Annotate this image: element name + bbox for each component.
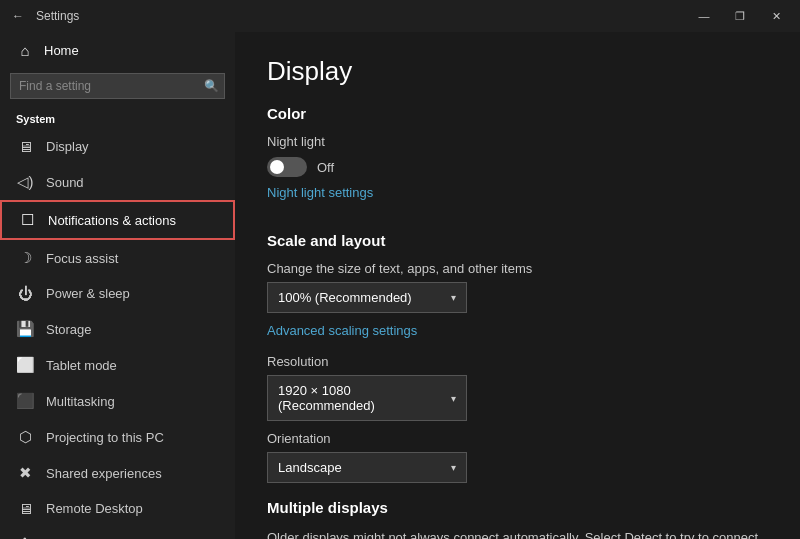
title-bar-title: Settings <box>36 9 79 23</box>
storage-icon: 💾 <box>16 320 34 338</box>
power-sleep-icon: ⏻ <box>16 285 34 302</box>
advanced-scaling-link[interactable]: Advanced scaling settings <box>267 323 417 338</box>
orientation-dropdown[interactable]: Landscape ▾ <box>267 452 467 483</box>
sidebar: ⌂ Home 🔍 System 🖥 Display ◁) Sound ☐ Not… <box>0 32 235 539</box>
minimize-button[interactable]: — <box>688 2 720 30</box>
scale-dropdown[interactable]: 100% (Recommended) ▾ <box>267 282 467 313</box>
sound-icon: ◁) <box>16 173 34 191</box>
scale-chevron-icon: ▾ <box>451 292 456 303</box>
display-label: Display <box>46 139 89 154</box>
shared-experiences-label: Shared experiences <box>46 466 162 481</box>
orientation-label: Orientation <box>267 431 768 446</box>
sound-label: Sound <box>46 175 84 190</box>
title-bar: ← Settings — ❐ ✕ <box>0 0 800 32</box>
sidebar-item-remote-desktop[interactable]: 🖥 Remote Desktop <box>0 491 235 526</box>
notifications-icon: ☐ <box>18 211 36 229</box>
sidebar-item-projecting[interactable]: ⬡ Projecting to this PC <box>0 419 235 455</box>
orientation-chevron-icon: ▾ <box>451 462 456 473</box>
sidebar-item-multitasking[interactable]: ⬛ Multitasking <box>0 383 235 419</box>
close-button[interactable]: ✕ <box>760 2 792 30</box>
resolution-value: 1920 × 1080 (Recommended) <box>278 383 451 413</box>
restore-button[interactable]: ❐ <box>724 2 756 30</box>
night-light-settings-link[interactable]: Night light settings <box>267 185 373 200</box>
app-body: ⌂ Home 🔍 System 🖥 Display ◁) Sound ☐ Not… <box>0 32 800 539</box>
scale-heading: Scale and layout <box>267 232 768 249</box>
sidebar-section-label: System <box>0 107 235 129</box>
display-icon: 🖥 <box>16 138 34 155</box>
sidebar-item-sound[interactable]: ◁) Sound <box>0 164 235 200</box>
sidebar-item-storage[interactable]: 💾 Storage <box>0 311 235 347</box>
sidebar-search: 🔍 <box>10 73 225 99</box>
remote-desktop-label: Remote Desktop <box>46 501 143 516</box>
power-sleep-label: Power & sleep <box>46 286 130 301</box>
back-button[interactable]: ← <box>8 5 28 27</box>
search-icon: 🔍 <box>204 79 219 93</box>
projecting-label: Projecting to this PC <box>46 430 164 445</box>
scale-value: 100% (Recommended) <box>278 290 412 305</box>
toggle-thumb <box>270 160 284 174</box>
multiple-displays-heading: Multiple displays <box>267 499 768 516</box>
storage-label: Storage <box>46 322 92 337</box>
home-label: Home <box>44 43 79 58</box>
focus-assist-icon: ☽ <box>16 249 34 267</box>
multiple-displays-description: Older displays might not always connect … <box>267 528 768 539</box>
resolution-label: Resolution <box>267 354 768 369</box>
notifications-label: Notifications & actions <box>48 213 176 228</box>
shared-experiences-icon: ✖ <box>16 464 34 482</box>
about-icon: ℹ <box>16 535 34 539</box>
search-input[interactable] <box>10 73 225 99</box>
title-bar-left: ← Settings <box>8 5 79 27</box>
remote-desktop-icon: 🖥 <box>16 500 34 517</box>
home-icon: ⌂ <box>16 42 34 59</box>
sidebar-item-display[interactable]: 🖥 Display <box>0 129 235 164</box>
sidebar-item-tablet-mode[interactable]: ⬜ Tablet mode <box>0 347 235 383</box>
multiple-displays-section: Multiple displays Older displays might n… <box>267 499 768 539</box>
tablet-mode-label: Tablet mode <box>46 358 117 373</box>
sidebar-item-about[interactable]: ℹ About <box>0 526 235 539</box>
change-size-label: Change the size of text, apps, and other… <box>267 261 768 276</box>
night-light-state: Off <box>317 160 334 175</box>
night-light-control-row: Off <box>267 157 768 177</box>
sidebar-item-notifications[interactable]: ☐ Notifications & actions <box>0 200 235 240</box>
sidebar-item-power-sleep[interactable]: ⏻ Power & sleep <box>0 276 235 311</box>
sidebar-item-home[interactable]: ⌂ Home <box>0 32 235 69</box>
tablet-mode-icon: ⬜ <box>16 356 34 374</box>
sidebar-item-focus-assist[interactable]: ☽ Focus assist <box>0 240 235 276</box>
night-light-toggle[interactable] <box>267 157 307 177</box>
color-heading: Color <box>267 105 768 122</box>
multitasking-icon: ⬛ <box>16 392 34 410</box>
night-light-toggle-row: Night light <box>267 134 768 153</box>
multitasking-label: Multitasking <box>46 394 115 409</box>
scale-section: Scale and layout Change the size of text… <box>267 232 768 483</box>
resolution-chevron-icon: ▾ <box>451 393 456 404</box>
projecting-icon: ⬡ <box>16 428 34 446</box>
night-light-row: Night light Off <box>267 134 768 177</box>
resolution-dropdown[interactable]: 1920 × 1080 (Recommended) ▾ <box>267 375 467 421</box>
focus-assist-label: Focus assist <box>46 251 118 266</box>
page-title: Display <box>267 56 768 87</box>
title-bar-controls: — ❐ ✕ <box>688 2 792 30</box>
orientation-value: Landscape <box>278 460 342 475</box>
main-content: Display Color Night light Off Night ligh… <box>235 32 800 539</box>
sidebar-item-shared-experiences[interactable]: ✖ Shared experiences <box>0 455 235 491</box>
night-light-label: Night light <box>267 134 325 149</box>
